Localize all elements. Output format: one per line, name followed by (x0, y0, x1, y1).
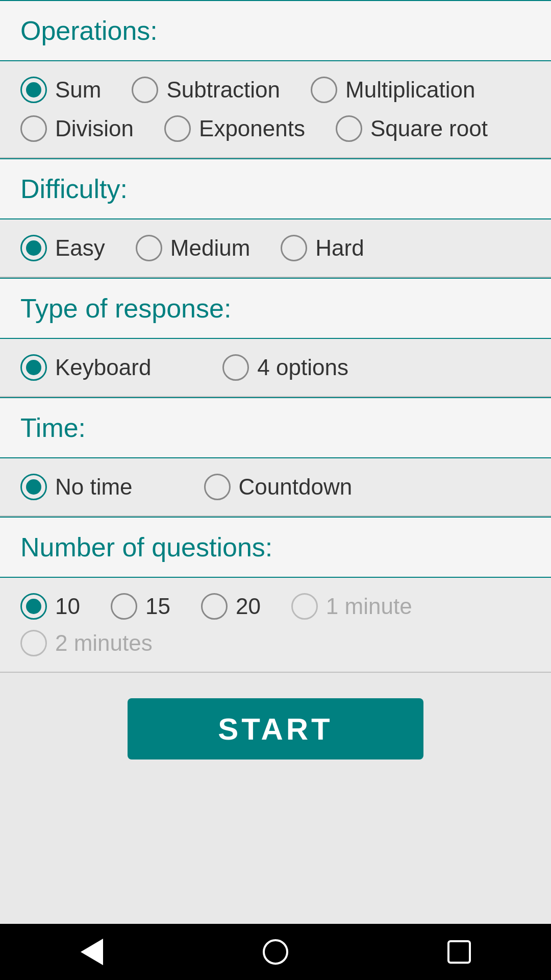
back-button[interactable] (74, 934, 110, 970)
operations-sum-label: Sum (55, 77, 101, 103)
numquestions-2min-radio[interactable] (20, 630, 47, 656)
numquestions-1min-label: 1 minute (326, 594, 412, 619)
numquestions-20-item[interactable]: 20 (201, 593, 261, 620)
main-content: Operations: Sum Subtraction Multiplicati… (0, 0, 551, 980)
time-countdown-item[interactable]: Countdown (204, 474, 353, 500)
operations-division-item[interactable]: Division (20, 115, 134, 142)
typeresponse-radio-row: Keyboard 4 options (20, 354, 531, 381)
difficulty-medium-label: Medium (170, 235, 251, 261)
time-radio-row: No time Countdown (20, 474, 531, 500)
numquestions-10-label: 10 (55, 594, 80, 619)
recents-icon (447, 940, 471, 964)
numquestions-15-item[interactable]: 15 (111, 593, 170, 620)
difficulty-medium-radio[interactable] (136, 235, 162, 261)
operations-squareroot-label: Square root (370, 116, 488, 141)
time-countdown-label: Countdown (239, 474, 353, 500)
operations-multiplication-item[interactable]: Multiplication (311, 77, 475, 103)
typeresponse-fouroptions-label: 4 options (257, 355, 348, 380)
typeresponse-keyboard-item[interactable]: Keyboard (20, 354, 151, 381)
numquestions-title: Number of questions: (20, 532, 272, 562)
difficulty-easy-radio[interactable] (20, 235, 47, 261)
home-icon (263, 939, 288, 965)
difficulty-radio-row: Easy Medium Hard (20, 235, 531, 261)
numquestions-1min-radio[interactable] (291, 593, 318, 620)
typeresponse-fouroptions-radio[interactable] (222, 354, 249, 381)
typeresponse-fouroptions-item[interactable]: 4 options (222, 354, 348, 381)
difficulty-body: Easy Medium Hard (0, 219, 551, 278)
operations-exponents-radio[interactable] (164, 115, 191, 142)
time-notime-radio[interactable] (20, 474, 47, 500)
operations-squareroot-radio[interactable] (336, 115, 362, 142)
numquestions-15-label: 15 (145, 594, 170, 619)
numquestions-20-label: 20 (236, 594, 261, 619)
operations-subtraction-label: Subtraction (166, 77, 280, 103)
operations-squareroot-item[interactable]: Square root (336, 115, 488, 142)
operations-division-radio[interactable] (20, 115, 47, 142)
operations-sum-item[interactable]: Sum (20, 77, 101, 103)
difficulty-title: Difficulty: (20, 174, 128, 204)
difficulty-hard-item[interactable]: Hard (281, 235, 364, 261)
typeresponse-body: Keyboard 4 options (0, 339, 551, 397)
operations-division-label: Division (55, 116, 134, 141)
numquestions-section-header: Number of questions: (0, 517, 551, 578)
operations-subtraction-item[interactable]: Subtraction (132, 77, 280, 103)
operations-radio-row-2: Division Exponents Square root (20, 115, 531, 142)
difficulty-section-header: Difficulty: (0, 158, 551, 219)
operations-multiplication-label: Multiplication (345, 77, 475, 103)
numquestions-1min-item[interactable]: 1 minute (291, 593, 412, 620)
numquestions-radio-row: 10 15 20 1 minute 2 minutes (20, 593, 531, 656)
operations-multiplication-radio[interactable] (311, 77, 337, 103)
operations-radio-row: Sum Subtraction Multiplication (20, 77, 531, 103)
numquestions-2min-item[interactable]: 2 minutes (20, 630, 153, 656)
operations-sum-radio[interactable] (20, 77, 47, 103)
numquestions-10-item[interactable]: 10 (20, 593, 80, 620)
typeresponse-keyboard-radio[interactable] (20, 354, 47, 381)
navigation-bar (0, 924, 551, 980)
back-icon (81, 939, 103, 965)
time-title: Time: (20, 413, 86, 443)
operations-exponents-item[interactable]: Exponents (164, 115, 305, 142)
typeresponse-keyboard-label: Keyboard (55, 355, 151, 380)
operations-subtraction-radio[interactable] (132, 77, 158, 103)
numquestions-20-radio[interactable] (201, 593, 228, 620)
operations-section-header: Operations: (0, 0, 551, 61)
numquestions-15-radio[interactable] (111, 593, 137, 620)
recents-button[interactable] (441, 934, 477, 970)
time-section-header: Time: (0, 397, 551, 458)
operations-body: Sum Subtraction Multiplication Division … (0, 61, 551, 158)
home-button[interactable] (258, 934, 293, 970)
time-body: No time Countdown (0, 458, 551, 517)
time-notime-item[interactable]: No time (20, 474, 133, 500)
difficulty-easy-item[interactable]: Easy (20, 235, 105, 261)
start-button[interactable]: START (128, 698, 423, 760)
operations-exponents-label: Exponents (199, 116, 305, 141)
difficulty-easy-label: Easy (55, 235, 105, 261)
numquestions-body: 10 15 20 1 minute 2 minutes (0, 578, 551, 673)
time-notime-label: No time (55, 474, 133, 500)
typeresponse-section-header: Type of response: (0, 278, 551, 339)
time-countdown-radio[interactable] (204, 474, 231, 500)
numquestions-10-radio[interactable] (20, 593, 47, 620)
difficulty-hard-label: Hard (315, 235, 364, 261)
difficulty-hard-radio[interactable] (281, 235, 307, 261)
operations-title: Operations: (20, 16, 158, 45)
numquestions-2min-label: 2 minutes (55, 630, 153, 656)
typeresponse-title: Type of response: (20, 293, 231, 323)
difficulty-medium-item[interactable]: Medium (136, 235, 251, 261)
